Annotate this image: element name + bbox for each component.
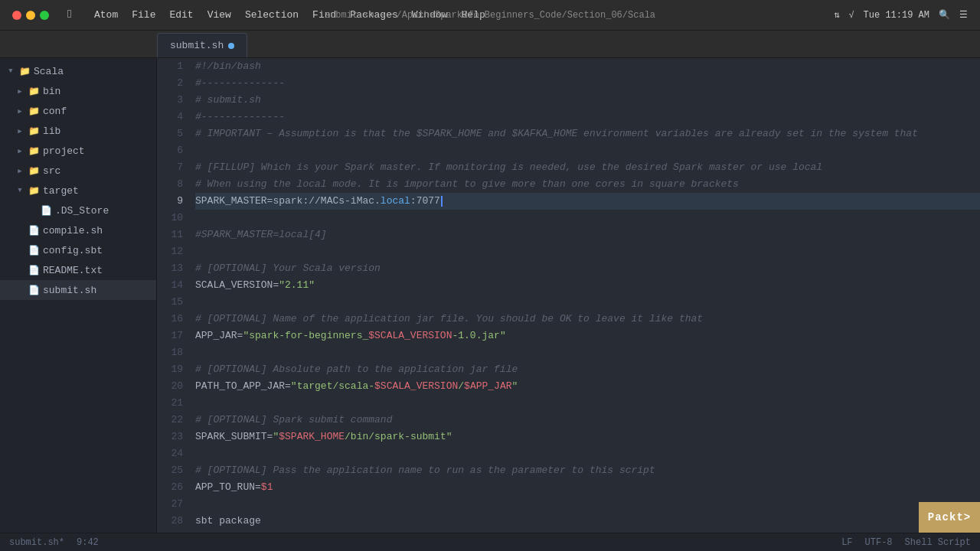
maximize-button[interactable]: [40, 11, 49, 20]
text-cursor: [441, 196, 443, 207]
code-lines: #!/bin/bash #-------------- # submit.sh …: [189, 58, 980, 533]
main-content: ▼ 📁 Scala ▶ 📁 bin ▶ 📁 conf ▶ 📁 lib ▶ 📁 p…: [0, 58, 980, 533]
apple-menu[interactable]: : [61, 7, 80, 23]
editor[interactable]: 1 2 3 4 5 6 7 8 9 10 11 12 13 14 15 16 1…: [157, 58, 980, 533]
sidebar-item-lib[interactable]: ▶ 📁 lib: [0, 121, 156, 141]
sidebar-label-conf: conf: [43, 106, 67, 117]
code-line-27: [195, 496, 980, 513]
sidebar-item-bin[interactable]: ▶ 📁 bin: [0, 81, 156, 101]
minimize-button[interactable]: [26, 11, 35, 20]
code-line-5: # IMPORTANT – Assumption is that the $SP…: [195, 126, 980, 142]
code-line-13: # [OPTIONAL] Your Scala version: [195, 260, 980, 277]
code-line-9: SPARK_MASTER=spark://MACs-iMac.local:707…: [195, 193, 980, 210]
code-line-28: sbt package: [195, 513, 980, 530]
line-num-16: 16: [163, 311, 183, 328]
tab-submit-sh[interactable]: submit.sh: [157, 33, 247, 57]
line-num-10: 10: [163, 210, 183, 227]
sidebar-item-config-sbt[interactable]: 📄 config.sbt: [0, 240, 156, 260]
code-line-8: # When using the local mode. It is impor…: [195, 176, 980, 193]
sidebar-label-bin: bin: [43, 86, 60, 97]
no-arrow: [15, 285, 24, 295]
sidebar-item-ds-store[interactable]: 📄 .DS_Store: [0, 201, 156, 220]
arrow-down-icon: ▼: [15, 186, 24, 195]
sidebar-item-readme[interactable]: 📄 README.txt: [0, 260, 156, 280]
statusbar: submit.sh* 9:42 LF UTF-8 Shell Script: [0, 533, 980, 551]
file-icon: 📄: [28, 224, 40, 236]
code-line-21: [195, 395, 980, 412]
sidebar-item-project[interactable]: ▶ 📁 project: [0, 141, 156, 161]
code-line-18: [195, 344, 980, 361]
line-num-25: 25: [163, 462, 183, 479]
sidebar-label-compile-sh: compile.sh: [43, 225, 103, 236]
line-num-7: 7: [163, 159, 183, 176]
packt-logo: Packt>: [919, 502, 980, 533]
network-icon: ⇅: [834, 9, 839, 21]
line-num-17: 17: [163, 328, 183, 344]
status-encoding: UTF-8: [865, 537, 893, 548]
packt-logo-text: Packt>: [928, 511, 971, 523]
line-num-1: 1: [163, 58, 183, 75]
sidebar: ▼ 📁 Scala ▶ 📁 bin ▶ 📁 conf ▶ 📁 lib ▶ 📁 p…: [0, 58, 157, 533]
code-line-6: [195, 142, 980, 159]
file-icon: 📄: [28, 284, 40, 296]
wifi-icon: √: [848, 10, 854, 21]
no-arrow: [15, 226, 24, 235]
arrow-right-icon: ▶: [15, 106, 24, 116]
code-line-15: [195, 294, 980, 311]
line-num-8: 8: [163, 176, 183, 193]
sidebar-item-compile-sh[interactable]: 📄 compile.sh: [0, 220, 156, 240]
line-num-3: 3: [163, 92, 183, 109]
folder-icon: 📁: [28, 85, 40, 97]
atom-menu[interactable]: Atom: [88, 8, 124, 22]
sidebar-item-conf[interactable]: ▶ 📁 conf: [0, 101, 156, 121]
sidebar-item-src[interactable]: ▶ 📁 src: [0, 161, 156, 181]
sidebar-item-submit-sh[interactable]: 📄 submit.sh: [0, 280, 156, 300]
status-filename: submit.sh*: [9, 537, 64, 548]
no-arrow: [28, 206, 37, 215]
sidebar-label-lib: lib: [43, 126, 60, 137]
status-position: 9:42: [77, 537, 99, 548]
edit-menu[interactable]: Edit: [163, 8, 199, 22]
line-num-26: 26: [163, 479, 183, 496]
sidebar-item-target[interactable]: ▼ 📁 target: [0, 181, 156, 201]
line-num-2: 2: [163, 75, 183, 92]
sidebar-label-ds-store: .DS_Store: [55, 205, 109, 217]
sidebar-label-src: src: [43, 165, 60, 177]
line-num-6: 6: [163, 142, 183, 159]
line-num-24: 24: [163, 445, 183, 462]
line-num-28: 28: [163, 513, 183, 530]
selection-menu[interactable]: Selection: [239, 8, 305, 22]
line-num-4: 4: [163, 109, 183, 126]
file-icon: 📄: [28, 244, 40, 256]
code-line-16: # [OPTIONAL] Name of the application jar…: [195, 311, 980, 328]
arrow-right-icon: ▶: [15, 146, 24, 155]
titlebar-right: ⇅ √ Tue 11:19 AM 🔍 ☰: [834, 9, 968, 21]
line-num-21: 21: [163, 395, 183, 412]
folder-icon: 📁: [28, 125, 40, 137]
view-menu[interactable]: View: [201, 8, 237, 22]
folder-icon: 📁: [28, 184, 40, 197]
file-icon: 📄: [28, 264, 40, 276]
arrow-right-icon: ▶: [15, 166, 24, 175]
menu-icon[interactable]: ☰: [959, 9, 968, 21]
code-line-24: [195, 445, 980, 462]
sidebar-root-scala[interactable]: ▼ 📁 Scala: [0, 61, 156, 81]
clock: Tue 11:19 AM: [864, 10, 929, 21]
code-line-25: # [OPTIONAL] Pass the application name t…: [195, 462, 980, 479]
window-title: submit.sh — ~/ApacheSpark2forBeginners_C…: [325, 10, 655, 21]
file-menu[interactable]: File: [126, 8, 162, 22]
arrow-right-icon: ▶: [15, 86, 24, 96]
search-icon[interactable]: 🔍: [939, 9, 950, 21]
line-num-23: 23: [163, 429, 183, 445]
line-num-9: 9: [163, 193, 183, 210]
arrow-down-icon: ▼: [6, 67, 15, 76]
tabbar: submit.sh: [0, 31, 980, 58]
code-line-1: #!/bin/bash: [195, 58, 980, 75]
code-line-20: PATH_TO_APP_JAR="target/scala-$SCALA_VER…: [195, 378, 980, 395]
code-container: 1 2 3 4 5 6 7 8 9 10 11 12 13 14 15 16 1…: [157, 58, 980, 533]
code-line-17: APP_JAR="spark-for-beginners_$SCALA_VERS…: [195, 328, 980, 344]
statusbar-right: LF UTF-8 Shell Script: [841, 537, 971, 548]
close-button[interactable]: [12, 11, 21, 20]
sidebar-label-target: target: [43, 185, 79, 197]
code-line-22: # [OPTIONAL] Spark submit command: [195, 412, 980, 429]
